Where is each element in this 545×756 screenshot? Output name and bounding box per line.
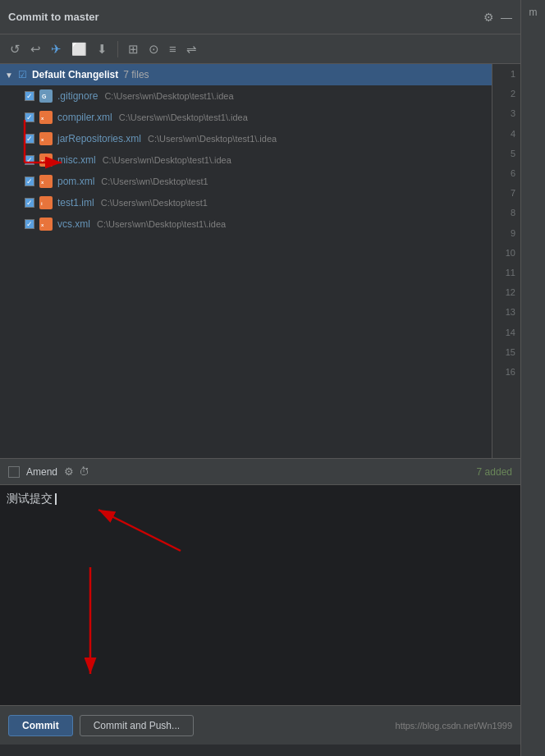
changelist-header[interactable]: ▼ ☑ Default Changelist 7 files	[0, 64, 492, 85]
file-name-6: vcs.xml	[57, 218, 90, 230]
file-item[interactable]: x misc.xml C:\Users\wn\Desktop\test1\.id…	[0, 149, 492, 171]
amend-icons: ⚙ ⏱	[64, 465, 89, 478]
line-num-1: 1	[492, 64, 520, 84]
file-checkbox-test1[interactable]	[25, 198, 34, 208]
file-item[interactable]: x compiler.xml C:\Users\wn\Desktop\test1…	[0, 107, 492, 128]
settings-icon[interactable]: ⚙	[483, 11, 494, 24]
file-icon-gitignore: G	[39, 89, 53, 103]
line-num-15: 15	[492, 342, 520, 362]
line-num-12: 12	[492, 282, 520, 302]
changelist-checkbox[interactable]: ☑	[18, 69, 27, 80]
move-button[interactable]: ✈	[48, 40, 65, 58]
file-icon-jar: x	[39, 132, 53, 145]
list-button[interactable]: ≡	[166, 40, 180, 57]
commit-button[interactable]: Commit	[8, 715, 73, 736]
undo-button[interactable]: ↩	[27, 40, 44, 58]
file-item[interactable]: x jarRepositories.xml C:\Users\wn\Deskto…	[0, 128, 492, 149]
file-checkbox-jar[interactable]	[25, 134, 34, 144]
text-cursor	[55, 493, 57, 505]
file-list-container: ▼ ☑ Default Changelist 7 files G .gitign…	[0, 64, 492, 458]
line-num-7: 7	[492, 183, 520, 203]
file-item[interactable]: G .gitignore C:\Users\wn\Desktop\test1\.…	[0, 85, 492, 107]
file-checkbox-misc[interactable]	[25, 155, 34, 165]
file-path-5: C:\Users\wn\Desktop\test1	[101, 198, 208, 208]
line-num-13: 13	[492, 302, 520, 322]
file-path-0: C:\Users\wn\Desktop\test1\.idea	[104, 91, 233, 101]
line-numbers: 1 2 3 4 5 6 7 8 9 10 11 12 13 14 15 16	[492, 64, 520, 458]
file-path-1: C:\Users\wn\Desktop\test1\.idea	[119, 112, 248, 122]
file-icon-misc: x	[39, 153, 53, 167]
file-name-0: .gitignore	[57, 90, 98, 102]
empty-area	[0, 235, 492, 458]
commit-message-text: 测试提交	[7, 492, 53, 505]
line-num-2: 2	[492, 84, 520, 103]
refresh-button[interactable]: ↺	[7, 40, 24, 58]
line-num-3: 3	[492, 103, 520, 123]
commit-buttons-bar: Commit Commit and Push... https://blog.c…	[0, 705, 520, 745]
file-icon-compiler: x	[39, 111, 53, 124]
search-button[interactable]: ⊙	[145, 40, 163, 58]
line-num-16: 16	[492, 362, 520, 382]
amend-label: Amend	[26, 466, 57, 478]
file-name-4: pom.xml	[57, 176, 94, 187]
changelist-count: 7 files	[123, 69, 149, 80]
grid-button[interactable]: ⊞	[125, 40, 142, 58]
file-checkbox-compiler[interactable]	[25, 112, 34, 122]
file-path-4: C:\Users\wn\Desktop\test1	[101, 176, 208, 186]
minimize-icon[interactable]: —	[501, 11, 512, 24]
file-checkbox-gitignore[interactable]	[25, 91, 34, 101]
separator	[117, 41, 118, 57]
amend-settings-icon[interactable]: ⚙	[64, 465, 74, 478]
amend-bar: Amend ⚙ ⏱ 7 added	[0, 459, 520, 485]
file-name-1: compiler.xml	[57, 112, 112, 123]
line-num-5: 5	[492, 144, 520, 163]
toolbar: ↺ ↩ ✈ ⬜ ⬇ ⊞ ⊙ ≡ ⇌	[0, 34, 520, 64]
file-icon-test1: i	[39, 196, 53, 209]
right-panel: m	[520, 0, 545, 756]
title-bar-actions: ⚙ —	[483, 11, 512, 24]
line-num-11: 11	[492, 263, 520, 282]
added-count: 7 added	[477, 466, 512, 478]
file-item[interactable]: x pom.xml C:\Users\wn\Desktop\test1	[0, 171, 492, 192]
line-num-4: 4	[492, 124, 520, 144]
line-num-8: 8	[492, 203, 520, 222]
window-title: Commit to master	[8, 11, 99, 23]
line-num-10: 10	[492, 243, 520, 263]
file-path-3: C:\Users\wn\Desktop\test1\.idea	[103, 155, 231, 165]
file-name-5: test1.iml	[57, 197, 94, 208]
commit-push-button[interactable]: Commit and Push...	[80, 715, 194, 736]
amend-checkbox[interactable]	[8, 466, 20, 478]
file-item[interactable]: i test1.iml C:\Users\wn\Desktop\test1	[0, 192, 492, 213]
file-name-2: jarRepositories.xml	[57, 133, 141, 144]
commit-message-area[interactable]: 测试提交	[0, 485, 520, 705]
footer-url: https://blog.csdn.net/Wn1999	[396, 721, 512, 731]
expand-icon: ▼	[5, 71, 13, 80]
line-num-14: 14	[492, 322, 520, 341]
download-button[interactable]: ⬇	[94, 40, 111, 58]
frame-button[interactable]: ⬜	[68, 40, 90, 58]
swap-button[interactable]: ⇌	[183, 40, 200, 58]
amend-time-icon[interactable]: ⏱	[79, 465, 89, 478]
file-checkbox-vcs[interactable]	[25, 219, 34, 229]
svg-line-19	[98, 510, 181, 551]
file-icon-pom: x	[39, 175, 53, 188]
changelist-name: Default Changelist	[32, 69, 118, 80]
right-panel-letter: m	[529, 0, 538, 18]
line-num-6: 6	[492, 163, 520, 183]
file-icon-vcs: x	[39, 218, 53, 231]
bottom-section: Amend ⚙ ⏱ 7 added 测试提交 Co	[0, 458, 520, 745]
line-num-extra	[492, 382, 520, 458]
file-item[interactable]: x vcs.xml C:\Users\wn\Desktop\test1\.ide…	[0, 213, 492, 235]
file-path-2: C:\Users\wn\Desktop\test1\.idea	[148, 134, 277, 144]
line-num-9: 9	[492, 223, 520, 243]
title-bar: Commit to master ⚙ —	[0, 0, 520, 34]
file-checkbox-pom[interactable]	[25, 176, 34, 186]
svg-text:G: G	[42, 94, 47, 99]
file-name-3: misc.xml	[57, 154, 96, 166]
commit-arrows	[0, 485, 520, 705]
file-path-6: C:\Users\wn\Desktop\test1\.idea	[97, 219, 226, 229]
